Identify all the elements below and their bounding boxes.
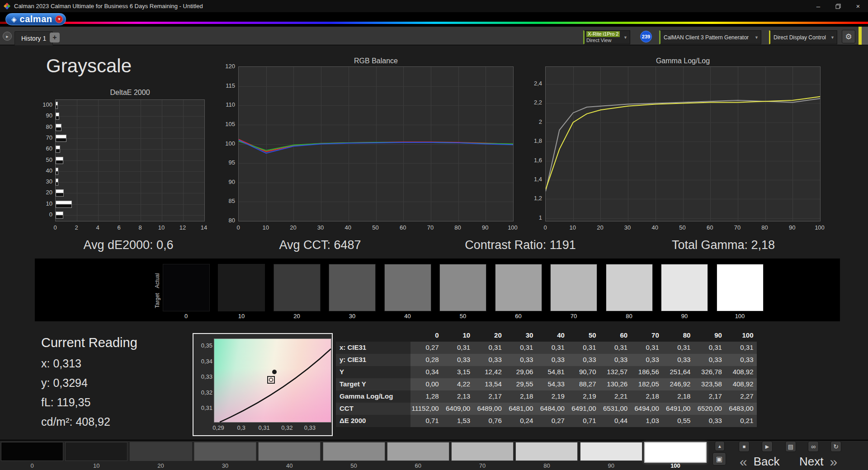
table-cell: 0,33 [599, 354, 631, 366]
meter-info: X-Rite i1Pro 2 Direct View [585, 31, 620, 43]
pattern-window-button[interactable]: ▣ [712, 452, 726, 465]
calman-logo[interactable]: ◈ calman ▼ [5, 13, 66, 25]
x-tick-label: 2 [70, 224, 83, 231]
pattern-patch[interactable] [65, 442, 127, 461]
restore-button[interactable] [828, 0, 848, 12]
pattern-patch[interactable] [451, 442, 514, 461]
row-label: ΔE 2000 [336, 415, 410, 427]
close-button[interactable]: × [848, 0, 868, 12]
table-cell: 0,33 [473, 354, 505, 366]
link-icon: ∞ [811, 443, 816, 450]
table-cell: 2,18 [631, 390, 662, 403]
pattern-patch-label: 50 [323, 462, 385, 469]
x-tick-label: 50 [367, 224, 385, 231]
table-cell: 6483,00 [725, 403, 757, 415]
x-tick-label: 70 [421, 224, 439, 231]
x-tick-label: 20 [284, 224, 302, 231]
table-cell: 90,70 [568, 366, 599, 378]
swatch-label: 0 [163, 313, 210, 320]
history-nav-button[interactable]: ▸ [3, 32, 12, 41]
back-button[interactable]: « Back [740, 454, 780, 469]
table-cell: 0,33 [631, 354, 662, 366]
stat-contrast-ratio: Contrast Ratio: 1191 [465, 238, 576, 252]
grayscale-swatch [274, 264, 321, 311]
pattern-patch[interactable] [515, 442, 578, 461]
column-header: 30 [505, 329, 537, 342]
x-tick-label: 10 [257, 224, 275, 231]
chart-title: RGB Balance [238, 57, 514, 65]
x-tick-label: 60 [394, 224, 412, 231]
window-controls: – × [808, 0, 868, 12]
panel-edge[interactable] [862, 27, 868, 45]
daylight-locus [220, 349, 331, 422]
refresh-button[interactable]: ↻ [830, 441, 841, 452]
settings-button[interactable]: ⚙ [842, 30, 855, 43]
add-tab-button[interactable]: + [50, 33, 60, 42]
pattern-patch[interactable] [130, 442, 192, 461]
x-tick-label: 14 [197, 224, 211, 231]
calman-logo-text: calman [20, 14, 52, 24]
x-tick-label: 0,29 [209, 424, 227, 431]
pattern-patch-label: 100 [644, 462, 707, 469]
stop-button[interactable]: ■ [739, 441, 750, 452]
panel-up-button[interactable]: ▲ [715, 441, 725, 451]
column-header: 50 [568, 329, 599, 342]
pattern-patch[interactable] [1, 442, 63, 461]
y-tick-label: 20 [38, 189, 52, 196]
swatch-label: 60 [495, 313, 542, 320]
table-cell: 0,21 [725, 415, 757, 427]
row-label: Y [336, 366, 410, 378]
y-tick-label: 120 [218, 63, 235, 70]
table-cell: 2,27 [725, 390, 757, 403]
chevron-up-icon: ▲ [717, 444, 722, 449]
table-header-row: 0102030405060708090100 [336, 329, 757, 342]
table-cell: 246,92 [662, 378, 694, 390]
grayscale-swatch [550, 264, 597, 311]
pattern-patch[interactable] [194, 442, 256, 461]
back-label: Back [754, 455, 780, 469]
y-tick-label: 40 [38, 167, 52, 174]
tab-history-1[interactable]: History 1 [14, 31, 53, 45]
gridline [56, 160, 204, 161]
display-control-dropdown[interactable]: Direct Display Control ▼ [769, 30, 837, 44]
table-cell: 0,24 [505, 415, 537, 427]
table-cell: 0,31 [693, 342, 725, 354]
reading-x: x: 0,313 [41, 357, 81, 370]
logo-menu-button[interactable]: ▼ [55, 15, 63, 23]
y-tick-label: 0 [38, 211, 52, 218]
table-cell: 3,15 [442, 366, 474, 378]
gridline [56, 204, 204, 205]
table-cell: 6531,00 [599, 403, 631, 415]
pattern-patch[interactable] [258, 442, 321, 461]
table-cell: 54,81 [536, 366, 568, 378]
deltae-bar [56, 124, 61, 131]
reading-y: y: 0,3294 [41, 376, 88, 390]
minimize-button[interactable]: – [808, 0, 828, 12]
pattern-patch[interactable] [323, 442, 385, 461]
deltae-bar [56, 157, 63, 164]
y-tick-label: 85 [218, 197, 235, 204]
save-button[interactable]: ▤ [785, 441, 796, 452]
app-icon [4, 3, 10, 9]
calman-diamond-icon: ◈ [11, 16, 17, 23]
pattern-patch[interactable] [644, 442, 707, 463]
table-cell: 0,44 [599, 415, 631, 427]
table-cell: 0,31 [442, 342, 474, 354]
pattern-patch[interactable] [580, 442, 642, 461]
app-window: Calman 2023 Calman Ultimate for Business… [0, 0, 868, 470]
pattern-generator-dropdown[interactable]: CalMAN Client 3 Pattern Generator ▼ [659, 30, 761, 44]
y-tick-label: 100 [38, 101, 52, 108]
meter-dropdown[interactable]: X-Rite i1Pro 2 Direct View ▼ [583, 30, 630, 44]
pattern-patch[interactable] [387, 442, 449, 461]
table-cell: 0,27 [536, 415, 568, 427]
next-button[interactable]: Next » [799, 454, 837, 469]
link-button[interactable]: ∞ [808, 441, 819, 452]
table-cell: 408,92 [725, 378, 757, 390]
table-row: x: CIE310,270,310,310,310,310,310,310,31… [336, 342, 757, 354]
table-cell: 1,03 [631, 415, 662, 427]
chevron-down-icon: ▼ [621, 35, 630, 40]
table-cell: 1,53 [442, 415, 474, 427]
swatch-label: 10 [218, 313, 265, 320]
play-button[interactable]: ▶ [762, 441, 773, 452]
grayscale-swatch [661, 264, 708, 311]
